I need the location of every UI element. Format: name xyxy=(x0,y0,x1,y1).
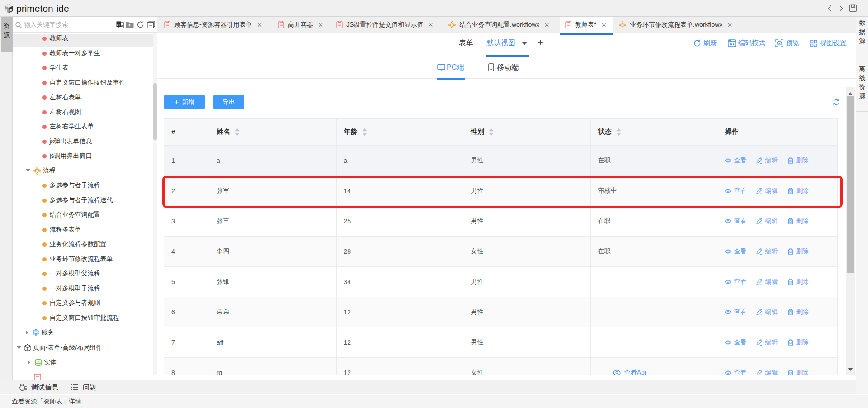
svg-text:in: in xyxy=(117,23,120,27)
